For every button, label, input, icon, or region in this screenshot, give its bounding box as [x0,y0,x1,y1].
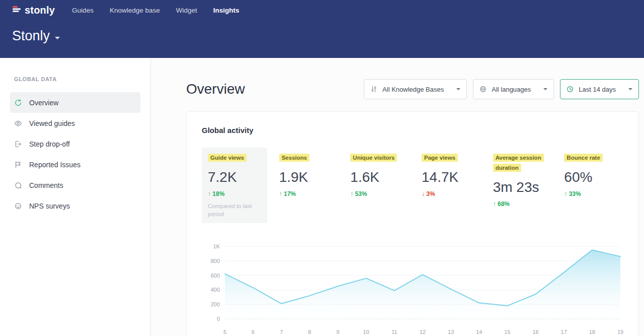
activity-chart[interactable]: 02004006008001K5678910111213141516171819 [202,239,624,336]
svg-text:14: 14 [476,329,482,335]
metric-change: ↑ 18% [208,190,261,197]
sidebar-item-label: Reported Issues [29,161,80,169]
metric-value: 60% [564,169,617,185]
svg-text:0: 0 [217,316,220,322]
clock-icon [567,86,574,93]
svg-text:400: 400 [211,287,220,293]
metric-value: 3m 23s [493,179,546,195]
sidebar-section-label: GLOBAL DATA [0,76,150,82]
svg-text:11: 11 [391,329,397,335]
metric-change: ↑ 68% [493,200,546,208]
metric-sessions[interactable]: Sessions 1.9K ↑ 17% [273,148,339,203]
svg-text:18: 18 [589,329,595,335]
languages-value: All languages [492,86,531,93]
sidebar-item-nps-surveys[interactable]: NPS surveys [10,195,140,216]
chevron-down-icon [628,88,632,90]
metric-change: ↓ 3% [422,190,475,197]
main-content: Overview All Knowledge Bases [151,58,644,336]
svg-text:1K: 1K [213,243,220,249]
smiley-icon [14,202,22,210]
sidebar-item-label: Comments [29,181,63,189]
metrics-row: Guide views 7.2K ↑ 18% Compared to last … [202,148,623,223]
knowledge-bases-dropdown[interactable]: All Knowledge Bases [364,79,467,99]
comment-bubble-icon [14,181,22,189]
svg-text:13: 13 [448,329,454,335]
sidebar-item-label: NPS surveys [29,202,70,210]
sliders-icon [370,86,378,93]
svg-text:5: 5 [223,329,226,335]
svg-text:16: 16 [532,329,538,335]
svg-text:12: 12 [420,329,426,335]
page-title: Overview [186,81,245,97]
metric-label: Guide views [208,154,247,162]
flag-icon [14,161,22,169]
svg-text:19: 19 [617,329,623,335]
metric-change: ↑ 17% [279,190,333,197]
sidebar-item-overview[interactable]: Overview [10,92,140,113]
metric-label: Bounce rate [564,154,602,162]
date-range-value: Last 14 days [579,86,616,93]
global-activity-card: Global activity Guide views 7.2K ↑ 18% C… [186,111,639,336]
metric-label: Sessions [279,154,310,162]
workspace-title: Stonly [12,28,50,44]
sidebar-item-label: Overview [29,99,58,107]
sidebar-item-label: Viewed guides [29,119,75,127]
stonly-logo[interactable]: stonly [12,5,55,16]
activity-chart-wrap: 02004006008001K5678910111213141516171819 [202,239,623,336]
nav-item-knowledge-base[interactable]: Knowledge base [110,7,160,14]
globe-icon [479,86,487,93]
nav-item-widget[interactable]: Widget [176,7,197,14]
svg-text:10: 10 [363,329,369,335]
metric-change: ↑ 53% [350,190,404,197]
knowledge-bases-value: All Knowledge Bases [382,86,444,93]
sidebar-item-step-drop-off[interactable]: Step drop-off [10,133,140,154]
metric-value: 7.2K [208,169,261,185]
languages-dropdown[interactable]: All languages [473,79,554,99]
logo-text: stonly [25,5,55,16]
svg-text:15: 15 [504,329,510,335]
svg-text:200: 200 [211,302,220,308]
top-nav: Guides Knowledge base Widget Insights [72,7,239,14]
metric-avg-session-duration[interactable]: Average session duration 3m 23s ↑ 68% [487,148,552,213]
card-title: Global activity [202,126,623,135]
date-range-dropdown[interactable]: Last 14 days [560,79,639,99]
svg-text:7: 7 [280,329,283,335]
svg-text:8: 8 [308,329,311,335]
sidebar-item-reported-issues[interactable]: Reported Issues [10,154,140,175]
eye-icon [14,119,22,127]
svg-text:600: 600 [211,273,220,279]
sidebar: GLOBAL DATA Overview Viewed guides [0,58,151,336]
metric-label: Unique visitors [350,154,397,162]
chevron-down-icon [456,88,460,90]
metric-value: 1.9K [279,169,333,185]
metric-unique-visitors[interactable]: Unique visitors 1.6K ↑ 53% [344,148,410,203]
filters: All Knowledge Bases All languages [364,79,639,99]
chevron-down-icon [55,37,60,39]
metric-guide-views[interactable]: Guide views 7.2K ↑ 18% Compared to last … [202,148,267,223]
activity-refresh-icon [14,99,22,107]
nav-item-insights[interactable]: Insights [213,7,239,14]
metric-bounce-rate[interactable]: Bounce rate 60% ↑ 33% [558,148,623,203]
chevron-down-icon [543,88,547,90]
svg-text:6: 6 [252,329,255,335]
sidebar-item-viewed-guides[interactable]: Viewed guides [10,113,140,133]
nav-item-guides[interactable]: Guides [72,7,94,14]
svg-text:9: 9 [337,329,340,335]
step-dropoff-icon [14,140,22,148]
metric-value: 1.6K [350,169,404,185]
svg-text:17: 17 [561,329,567,335]
workspace-selector[interactable]: Stonly [12,28,644,44]
stonly-logo-icon [12,5,21,16]
metric-label: Page views [422,154,458,162]
metric-label: Average session duration [493,154,544,172]
sidebar-item-label: Step drop-off [29,140,70,148]
sidebar-item-comments[interactable]: Comments [10,175,140,195]
metric-change: ↑ 33% [564,190,617,197]
top-header: stonly Guides Knowledge base Widget Insi… [0,0,644,58]
svg-text:800: 800 [211,258,220,264]
metric-note: Compared to last period [208,202,261,218]
metric-value: 14.7K [422,169,475,185]
metric-page-views[interactable]: Page views 14.7K ↓ 3% [416,148,481,203]
